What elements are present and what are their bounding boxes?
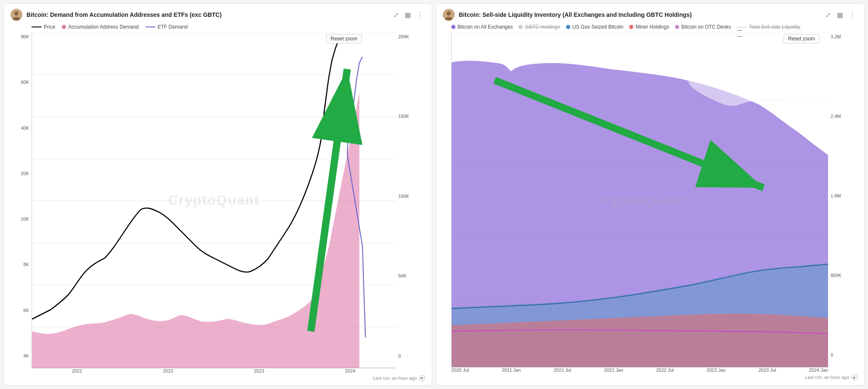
avatar-2 — [443, 9, 455, 21]
panel-2-header: Bitcoin: Sell-side Liquidity Inventory (… — [443, 9, 857, 21]
panel-1-y-axis-left: 80K 60K 40K 20K 10K 8K 6K 4K — [11, 32, 32, 368]
panel-2-title: Bitcoin: Sell-side Liquidity Inventory (… — [459, 11, 692, 18]
panel-2: Bitcoin: Sell-side Liquidity Inventory (… — [436, 3, 865, 386]
reset-zoom-btn-2[interactable]: Reset zoom — [783, 34, 820, 43]
panel-1-title: Bitcoin: Demand from Accumulation Addres… — [26, 11, 222, 18]
panel-1-svg — [32, 32, 396, 368]
legend-usgov: US Gov Seized Bitcoin — [566, 24, 623, 30]
expand-icon-2[interactable]: ⤢ — [824, 10, 833, 20]
legend-price-line — [32, 27, 42, 27]
panel-1-y-axis-right: 200K 150K 100K 50K 0 Demand (# of Bitcoi… — [396, 32, 425, 368]
legend-acc-demand: Accumulation Address Demand — [62, 24, 138, 30]
panel-2-legend: Bitcoin on All Exchanges GBTC Holdings U… — [443, 24, 857, 30]
legend-exchanges-label: Bitcoin on All Exchanges — [458, 24, 513, 30]
panel-2-chart-area: Reset zoom CryptoQuant — [443, 32, 857, 368]
panel-1-run-icon[interactable]: ▶ — [419, 375, 425, 381]
panel-2-run-icon[interactable]: ▶ — [852, 374, 857, 380]
panel-1-x-axis: 2021 2022 2023 2024 — [11, 368, 425, 373]
legend-gbtc-dot — [519, 25, 523, 29]
panel-2-icons: ⤢ ▦ ⋮ — [824, 10, 857, 20]
legend-miner-label: Miner Holdings — [635, 24, 669, 30]
panel-2-title-group: Bitcoin: Sell-side Liquidity Inventory (… — [443, 9, 692, 21]
legend-exchanges: Bitcoin on All Exchanges — [451, 24, 513, 30]
svg-point-15 — [447, 11, 451, 16]
legend-etf-demand: ETF Demand — [146, 24, 188, 30]
panel-1: Bitcoin: Demand from Accumulation Addres… — [3, 3, 432, 386]
more-icon-1[interactable]: ⋮ — [415, 10, 425, 20]
legend-usgov-label: US Gov Seized Bitcoin — [572, 24, 623, 30]
legend-gbtc: GBTC Holdings — [519, 24, 560, 30]
legend-gbtc-label: GBTC Holdings — [525, 24, 560, 30]
legend-otc: Bitcoin on OTC Desks — [675, 24, 731, 30]
panel-2-chart-container: Reset zoom CryptoQuant — [443, 32, 857, 373]
panel-2-y-spacer — [443, 32, 451, 368]
panel-1-last-run: Last run: an hour ago — [373, 376, 417, 381]
panel-1-icons: ⤢ ▦ ⋮ — [392, 10, 425, 20]
avatar-1 — [11, 9, 22, 21]
legend-total: — — Total Sell-side Liquidity — [737, 24, 800, 30]
legend-etf-label: ETF Demand — [158, 24, 188, 30]
legend-exchanges-dot — [451, 25, 455, 29]
layout-icon-1[interactable]: ▦ — [403, 10, 413, 20]
panel-2-x-axis: 2020 Jul 2021 Jan 2021 Jul 2022 Jan 2022… — [443, 368, 857, 373]
panel-1-header: Bitcoin: Demand from Accumulation Addres… — [11, 9, 425, 21]
panel-1-legend: Price Accumulation Address Demand ETF De… — [11, 24, 425, 30]
panel-2-svg-wrapper: Reset zoom CryptoQuant — [451, 32, 828, 368]
legend-otc-dot — [675, 25, 679, 29]
legend-acc-label: Accumulation Address Demand — [68, 24, 138, 30]
legend-miner: Miner Holdings — [629, 24, 669, 30]
panel-2-svg — [452, 32, 828, 367]
expand-icon-1[interactable]: ⤢ — [392, 10, 400, 20]
legend-price: Price — [32, 24, 55, 30]
panel-1-chart-container: 80K 60K 40K 20K 10K 8K 6K 4K Reset zoom … — [11, 32, 425, 373]
legend-miner-dot — [629, 25, 633, 29]
panel-1-chart-area: 80K 60K 40K 20K 10K 8K 6K 4K Reset zoom … — [11, 32, 425, 368]
legend-otc-label: Bitcoin on OTC Desks — [681, 24, 731, 30]
reset-zoom-btn-1[interactable]: Reset zoom — [326, 34, 362, 43]
panel-1-footer: Last run: an hour ago ▶ — [11, 375, 425, 381]
panel-1-title-group: Bitcoin: Demand from Accumulation Addres… — [11, 9, 222, 21]
svg-point-1 — [14, 11, 19, 16]
more-icon-2[interactable]: ⋮ — [847, 10, 857, 20]
legend-price-label: Price — [44, 24, 55, 30]
legend-total-label: Total Sell-side Liquidity — [749, 24, 800, 30]
panel-2-y-axis-right: 3.2M 2.4M 1.6M 800K 0 — [828, 32, 857, 368]
legend-usgov-dot — [566, 25, 570, 29]
legend-acc-dot — [62, 25, 66, 29]
layout-icon-2[interactable]: ▦ — [835, 10, 845, 20]
legend-total-line: — — — [737, 27, 747, 27]
panel-1-svg-wrapper: Reset zoom CryptoQuant — [32, 32, 396, 368]
panel-2-footer: Last run: an hour ago ▶ — [443, 374, 857, 380]
panel-2-last-run: Last run: an hour ago — [805, 375, 849, 380]
legend-etf-line — [146, 27, 156, 27]
